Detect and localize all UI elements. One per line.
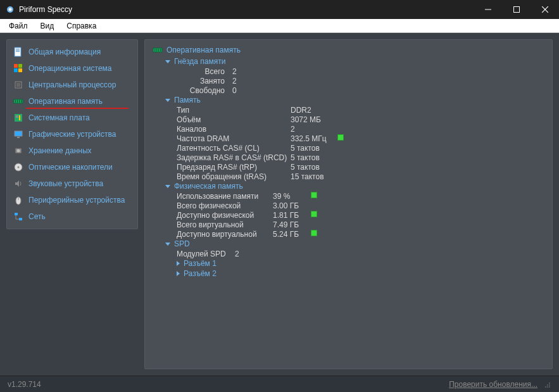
check-updates-link[interactable]: Проверить обновления... — [449, 380, 537, 389]
svg-rect-13 — [18, 68, 22, 72]
kv-value: 5 тактов — [291, 153, 336, 162]
sidebar-item-audio[interactable]: Звуковые устройства — [7, 175, 137, 192]
menu-help[interactable]: Справка — [60, 20, 103, 32]
kv-value: 2 — [235, 250, 239, 258]
sidebar-item-summary[interactable]: Общая информация — [7, 44, 137, 60]
svg-point-42 — [547, 384, 548, 386]
app-window: Piriform Speccy Файл Вид Справка Общая и… — [0, 0, 559, 392]
kv-value: 5.24 ГБ — [273, 230, 310, 239]
kv-row: Доступно физической 1.81 ГБ — [177, 210, 544, 220]
summary-icon — [13, 47, 23, 57]
kv-row: Предзаряд RAS# (tRP) 5 тактов — [177, 162, 544, 172]
kv-row: Объём 3072 МБ — [177, 115, 544, 124]
svg-rect-23 — [19, 115, 20, 120]
menu-file[interactable]: Файл — [3, 20, 34, 32]
motherboard-icon — [13, 113, 23, 123]
spd-slot[interactable]: Разъём 1 — [177, 258, 544, 269]
status-indicator — [311, 211, 317, 217]
svg-rect-12 — [14, 68, 18, 72]
sidebar-item-motherboard[interactable]: Системная плата — [7, 110, 137, 126]
sidebar-item-os[interactable]: Операционная система — [7, 60, 137, 77]
sidebar-item-label: Сеть — [28, 212, 46, 221]
slot-label: Разъём 2 — [184, 269, 217, 278]
sidebar-item-ram[interactable]: Оперативная память — [7, 93, 137, 110]
kv-row: Всего виртуальной 7.49 ГБ — [177, 220, 544, 229]
version-label: v1.29.714 — [8, 380, 41, 389]
kv-value: 39 % — [273, 192, 310, 201]
svg-point-1 — [9, 8, 12, 11]
kv-value: 2 — [232, 67, 237, 76]
kv-value: 2 — [232, 77, 237, 85]
kv-row: Время обращения (tRAS) 15 тактов — [177, 172, 544, 181]
minimize-button[interactable] — [474, 0, 502, 19]
arrow-down-icon — [165, 185, 170, 188]
kv-label: Свободно — [177, 86, 232, 95]
kv-value: 0 — [232, 86, 237, 95]
sidebar-item-label: Системная плата — [28, 113, 90, 122]
kv-row: Тип DDR2 — [177, 105, 544, 115]
kv-row: Занято 2 — [177, 76, 544, 85]
windows-icon — [13, 63, 23, 73]
kv-row: Использование памяти 39 % — [177, 191, 544, 201]
sidebar: Общая информация Операционная система Це… — [6, 39, 138, 229]
kv-value: 5 тактов — [291, 144, 336, 153]
svg-rect-11 — [18, 64, 22, 68]
svg-rect-8 — [16, 50, 20, 51]
ram-icon — [153, 45, 163, 55]
kv-label: Предзаряд RAS# (tRP) — [177, 163, 291, 172]
sidebar-item-label: Звуковые устройства — [28, 179, 103, 188]
close-button[interactable] — [531, 0, 559, 19]
kv-label: Всего физической — [177, 201, 273, 210]
section-slots[interactable]: Гнёзда памяти — [165, 56, 544, 66]
network-icon — [13, 212, 23, 222]
kv-row: Всего физической 3.00 ГБ — [177, 201, 544, 210]
sidebar-item-storage[interactable]: Хранение данных — [7, 142, 137, 159]
sidebar-item-peripherals[interactable]: Периферийные устройства — [7, 192, 137, 208]
kv-row: Задержка RAS# в CAS# (tRCD) 5 тактов — [177, 153, 544, 162]
sidebar-item-optical[interactable]: Оптические накопители — [7, 159, 137, 175]
sidebar-item-network[interactable]: Сеть — [7, 208, 137, 225]
sidebar-item-label: Графические устройства — [28, 130, 116, 139]
content-title: Оперативная память — [166, 46, 241, 54]
sidebar-item-cpu[interactable]: Центральный процессор — [7, 77, 137, 93]
sidebar-item-label: Общая информация — [28, 47, 101, 56]
maximize-button[interactable] — [502, 0, 531, 19]
svg-rect-18 — [17, 100, 18, 103]
kv-label: Латентность CAS# (CL) — [177, 144, 291, 153]
sidebar-item-label: Оптические накопители — [28, 163, 113, 172]
resize-grip-icon[interactable] — [543, 380, 551, 389]
menu-view[interactable]: Вид — [34, 20, 61, 32]
svg-point-43 — [549, 384, 550, 386]
sidebar-item-label: Оперативная память — [28, 97, 103, 106]
svg-rect-37 — [154, 49, 156, 51]
kv-value: 3.00 ГБ — [273, 201, 310, 210]
window-controls — [474, 0, 559, 19]
kv-row: Модулей SPD 2 — [177, 249, 544, 258]
content-header[interactable]: Оперативная память — [153, 45, 544, 55]
kv-label: Доступно виртуальной — [177, 230, 273, 239]
svg-point-27 — [17, 149, 20, 153]
spd-slot[interactable]: Разъём 2 — [177, 269, 544, 279]
kv-row: Частота DRAM 332.5 МГц — [177, 134, 544, 143]
section-physical[interactable]: Физическая память — [165, 181, 544, 191]
content-panel: Оперативная память Гнёзда памяти Всего 2… — [144, 39, 553, 369]
svg-rect-24 — [15, 131, 22, 136]
slot-label: Разъём 1 — [184, 259, 217, 268]
section-memory[interactable]: Память — [165, 95, 544, 105]
kv-label: Частота DRAM — [177, 134, 291, 143]
window-title: Piriform Speccy — [19, 5, 474, 14]
sidebar-item-label: Хранение данных — [28, 146, 92, 155]
arrow-right-icon — [177, 271, 180, 276]
svg-rect-10 — [14, 64, 18, 68]
kv-label: Занято — [177, 77, 232, 85]
status-indicator — [311, 192, 317, 198]
section-label: SPD — [174, 239, 190, 248]
workarea: Общая информация Операционная система Це… — [0, 33, 559, 376]
kv-label: Тип — [177, 106, 291, 115]
svg-rect-25 — [17, 137, 20, 138]
statusbar: v1.29.714 Проверить обновления... — [0, 376, 559, 392]
section-spd[interactable]: SPD — [165, 239, 544, 249]
arrow-down-icon — [165, 60, 170, 63]
app-icon — [5, 4, 15, 15]
sidebar-item-graphics[interactable]: Графические устройства — [7, 126, 137, 142]
